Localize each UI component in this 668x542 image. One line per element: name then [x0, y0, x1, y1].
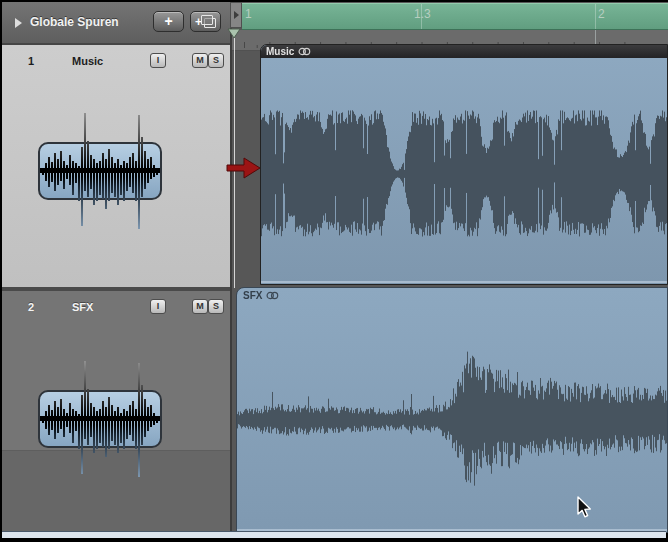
audio-track-icon[interactable]	[29, 107, 169, 231]
bar-marker: 1	[245, 7, 252, 21]
bar-ruler[interactable]: 1 1.3 2	[242, 3, 668, 31]
track-name: SFX	[72, 301, 93, 313]
disclosure-triangle-icon[interactable]	[15, 18, 22, 28]
bar-marker: 1.3	[414, 7, 431, 21]
apple-loop-icon	[298, 47, 311, 56]
region-name: Music	[266, 46, 294, 57]
track-name: Music	[72, 55, 103, 67]
track-header-panel: Globale Spuren + + 1 Music I M S 2 SFX I…	[2, 2, 230, 531]
mute-button[interactable]: M	[192, 299, 208, 314]
region-sfx[interactable]: SFX	[236, 287, 668, 533]
region-edge-highlight	[261, 281, 667, 283]
track-number: 2	[28, 301, 34, 313]
region-music[interactable]: Music	[260, 44, 668, 285]
music-waveform	[261, 58, 667, 283]
sfx-waveform	[237, 289, 667, 532]
bar-marker: 2	[598, 7, 605, 21]
arrange-window: Globale Spuren + + 1 Music I M S 2 SFX I…	[0, 0, 668, 542]
play-triangle-icon	[234, 11, 239, 19]
window-bottom-edge	[2, 531, 666, 538]
arrange-area: 1 1.3 2 Music SFX	[230, 2, 668, 531]
input-monitor-button[interactable]: I	[150, 53, 166, 68]
track-number: 1	[28, 55, 34, 67]
stack-icon	[204, 18, 216, 28]
solo-button[interactable]: S	[208, 299, 224, 314]
ruler-gridline	[595, 4, 596, 29]
input-monitor-button[interactable]: I	[150, 299, 166, 314]
add-track-button[interactable]: +	[153, 11, 184, 32]
track-header-sfx[interactable]: 2 SFX I M S	[2, 291, 230, 451]
solo-button[interactable]: S	[208, 53, 224, 68]
track-header-music[interactable]: 1 Music I M S	[2, 45, 230, 287]
mouse-cursor	[576, 496, 594, 520]
global-tracks-label: Globale Spuren	[30, 15, 119, 29]
region-title-bar: Music	[261, 45, 667, 58]
ruler-corner-button[interactable]	[230, 2, 242, 28]
audio-track-icon[interactable]	[29, 355, 169, 479]
ruler-gridline	[421, 4, 422, 29]
annotation-arrow-icon	[226, 155, 262, 181]
mute-button[interactable]: M	[192, 53, 208, 68]
add-multiple-tracks-button[interactable]: +	[190, 11, 221, 32]
global-tracks-header[interactable]: Globale Spuren + +	[2, 2, 230, 45]
